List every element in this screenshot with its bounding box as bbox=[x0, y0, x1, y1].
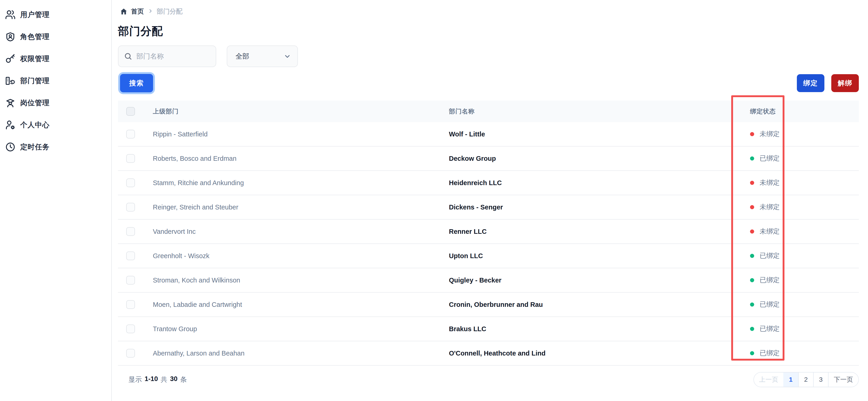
user-gear-icon bbox=[5, 120, 16, 130]
sidebar-item-department-management[interactable]: 部门管理 bbox=[0, 70, 111, 92]
row-checkbox[interactable] bbox=[126, 276, 135, 285]
search-icon bbox=[124, 52, 132, 60]
page-number-buttons: 123 bbox=[783, 373, 828, 387]
sidebar-item-role-management[interactable]: 角色管理 bbox=[0, 26, 111, 48]
page-button-3[interactable]: 3 bbox=[813, 373, 828, 387]
status-dot-icon bbox=[750, 351, 754, 355]
binding-status-cell: 已绑定 bbox=[750, 276, 859, 285]
table-row: Vandervort Inc Renner LLC 未绑定 bbox=[118, 220, 859, 244]
parent-department-cell: Greenholt - Wisozk bbox=[153, 252, 449, 260]
sidebar-item-label: 个人中心 bbox=[20, 120, 50, 130]
status-label: 未绑定 bbox=[760, 130, 780, 139]
table-row: Rippin - Satterfield Wolf - Little 未绑定 bbox=[118, 122, 859, 146]
parent-department-cell: Stroman, Koch and Wilkinson bbox=[153, 277, 449, 284]
status-dot-icon bbox=[750, 132, 754, 136]
previous-page-button[interactable]: 上一页 bbox=[754, 373, 783, 387]
table-row: Stamm, Ritchie and Ankunding Heidenreich… bbox=[118, 171, 859, 195]
status-dot-icon bbox=[750, 181, 754, 185]
status-filter-select[interactable]: 全部 bbox=[227, 46, 298, 67]
row-checkbox[interactable] bbox=[126, 227, 135, 236]
sidebar-item-label: 角色管理 bbox=[20, 32, 50, 41]
sidebar-item-label: 定时任务 bbox=[20, 142, 50, 152]
department-icon bbox=[5, 76, 16, 86]
sidebar-item-personal-center[interactable]: 个人中心 bbox=[0, 114, 111, 136]
table-row: Trantow Group Brakus LLC 已绑定 bbox=[118, 317, 859, 341]
status-label: 未绑定 bbox=[760, 227, 780, 236]
table-row: Reinger, Streich and Steuber Dickens - S… bbox=[118, 195, 859, 220]
sidebar-item-label: 部门管理 bbox=[20, 76, 50, 86]
parent-department-cell: Reinger, Streich and Steuber bbox=[153, 203, 449, 211]
parent-department-cell: Rippin - Satterfield bbox=[153, 131, 449, 138]
row-checkbox[interactable] bbox=[126, 349, 135, 357]
binding-status-cell: 未绑定 bbox=[750, 178, 859, 188]
binding-status-cell: 未绑定 bbox=[750, 203, 859, 212]
table-row: Greenholt - Wisozk Upton LLC 已绑定 bbox=[118, 244, 859, 268]
next-page-button[interactable]: 下一页 bbox=[828, 373, 858, 387]
status-label: 已绑定 bbox=[760, 251, 780, 260]
department-name-cell: Deckow Group bbox=[449, 155, 750, 162]
department-name-input[interactable] bbox=[136, 52, 205, 60]
status-label: 已绑定 bbox=[760, 276, 780, 285]
search-button[interactable]: 搜索 bbox=[120, 74, 153, 92]
table-footer: 显示1-10共30条 上一页 123 下一页 bbox=[118, 372, 859, 387]
row-checkbox[interactable] bbox=[126, 252, 135, 260]
table-row: Abernathy, Larson and Beahan O'Connell, … bbox=[118, 341, 859, 366]
chevron-right-icon bbox=[148, 8, 153, 15]
unbind-button[interactable]: 解绑 bbox=[831, 74, 859, 92]
sidebar-item-position-management[interactable]: 岗位管理 bbox=[0, 92, 111, 114]
status-dot-icon bbox=[750, 303, 754, 307]
pagination: 上一页 123 下一页 bbox=[753, 372, 859, 387]
department-name-cell: Dickens - Senger bbox=[449, 203, 750, 211]
status-label: 已绑定 bbox=[760, 324, 780, 334]
binding-status-cell: 已绑定 bbox=[750, 324, 859, 334]
sidebar-item-label: 岗位管理 bbox=[20, 98, 50, 108]
table-body: Rippin - Satterfield Wolf - Little 未绑定 R… bbox=[118, 122, 859, 366]
status-dot-icon bbox=[750, 278, 754, 282]
breadcrumb-current: 部门分配 bbox=[157, 7, 182, 16]
row-checkbox[interactable] bbox=[126, 178, 135, 187]
shield-user-icon bbox=[5, 31, 16, 42]
parent-department-cell: Trantow Group bbox=[153, 325, 449, 333]
sidebar-item-label: 权限管理 bbox=[20, 54, 50, 64]
sidebar-item-user-management[interactable]: 用户管理 bbox=[0, 4, 111, 26]
select-all-checkbox[interactable] bbox=[126, 107, 135, 116]
column-header-status: 绑定状态 bbox=[750, 107, 859, 116]
sidebar: 用户管理 角色管理 权限管理 部门管理 岗位管理 个人中心 定时任务 bbox=[0, 0, 112, 401]
row-checkbox[interactable] bbox=[126, 154, 135, 163]
page-button-2[interactable]: 2 bbox=[798, 373, 813, 387]
page-button-1[interactable]: 1 bbox=[783, 373, 798, 387]
department-name-cell: Upton LLC bbox=[449, 252, 750, 260]
status-dot-icon bbox=[750, 156, 754, 161]
sidebar-item-permission-management[interactable]: 权限管理 bbox=[0, 48, 111, 70]
breadcrumb-home-link[interactable]: 首页 bbox=[131, 7, 144, 16]
parent-department-cell: Roberts, Bosco and Erdman bbox=[153, 155, 449, 162]
row-checkbox[interactable] bbox=[126, 203, 135, 211]
status-label: 已绑定 bbox=[760, 349, 780, 358]
breadcrumb: 首页 部门分配 bbox=[118, 6, 859, 17]
key-icon bbox=[5, 54, 16, 64]
binding-status-cell: 未绑定 bbox=[750, 130, 859, 139]
department-name-cell: Renner LLC bbox=[449, 228, 750, 235]
page-title: 部门分配 bbox=[118, 24, 859, 38]
status-label: 未绑定 bbox=[760, 178, 780, 188]
select-value: 全部 bbox=[236, 52, 249, 61]
binding-status-cell: 已绑定 bbox=[750, 251, 859, 260]
bind-button[interactable]: 绑定 bbox=[797, 74, 825, 92]
department-search-box bbox=[118, 46, 216, 67]
table-row: Stroman, Koch and Wilkinson Quigley - Be… bbox=[118, 268, 859, 293]
binding-status-cell: 已绑定 bbox=[750, 154, 859, 163]
parent-department-cell: Stamm, Ritchie and Ankunding bbox=[153, 179, 449, 187]
status-label: 未绑定 bbox=[760, 203, 780, 212]
status-dot-icon bbox=[750, 229, 754, 234]
sidebar-item-scheduled-tasks[interactable]: 定时任务 bbox=[0, 136, 111, 158]
parent-department-cell: Abernathy, Larson and Beahan bbox=[153, 349, 449, 357]
bulk-action-buttons: 绑定 解绑 bbox=[797, 74, 859, 92]
column-header-parent: 上级部门 bbox=[153, 107, 449, 116]
row-checkbox[interactable] bbox=[126, 324, 135, 333]
row-checkbox[interactable] bbox=[126, 130, 135, 139]
table-header-row: 上级部门 部门名称 绑定状态 bbox=[118, 101, 859, 122]
pagination-summary: 显示1-10共30条 bbox=[118, 375, 187, 384]
row-checkbox[interactable] bbox=[126, 300, 135, 309]
users-icon bbox=[5, 9, 16, 20]
sidebar-item-label: 用户管理 bbox=[20, 10, 50, 20]
